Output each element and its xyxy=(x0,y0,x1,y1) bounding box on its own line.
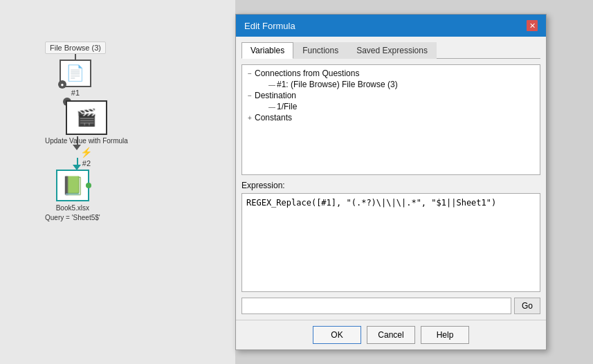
connections-label: Connections from Questions xyxy=(255,69,359,78)
update-label: Update Value with Formula xyxy=(45,136,128,145)
document-icon: 📄 xyxy=(66,64,84,82)
canvas: File Browse (3) 📄 ● #1 🎬 Update Value wi… xyxy=(0,0,235,364)
tree-item-filebrowse[interactable]: — #1: (File Browse) File Browse (3) xyxy=(242,79,540,90)
variables-tree: − Connections from Questions — #1: (File… xyxy=(241,64,540,175)
edit-formula-dialog: Edit Formula ✕ Variables Functions Saved… xyxy=(235,14,547,350)
dialog-titlebar: Edit Formula ✕ xyxy=(236,15,546,37)
book-label: Book5.xlsxQuery = 'Sheet5$' xyxy=(45,203,100,223)
lightning-icon: ⚡ xyxy=(80,147,92,158)
expand-connections[interactable]: − xyxy=(245,69,255,78)
tree-item-file[interactable]: — 1/File xyxy=(242,101,540,112)
tab-bar: Variables Functions Saved Expressions xyxy=(241,42,540,59)
update-number: #2 xyxy=(82,159,91,167)
book-box[interactable]: 📗 xyxy=(56,170,89,201)
destination-label: Destination xyxy=(255,91,296,100)
book-icon: 📗 xyxy=(62,175,84,197)
expand-filebrowse: — xyxy=(267,80,277,89)
filebrowse-number: #1 xyxy=(71,89,80,97)
filebrowse-box[interactable]: 📄 ● xyxy=(60,60,91,87)
formula-input[interactable] xyxy=(241,298,511,314)
expand-destination[interactable]: − xyxy=(245,91,255,100)
dialog-body: Variables Functions Saved Expressions − … xyxy=(236,37,546,320)
dialog-title: Edit Formula xyxy=(244,21,295,31)
file-label: 1/File xyxy=(277,102,297,111)
node-update[interactable]: 🎬 Update Value with Formula ⚡ #2 xyxy=(45,100,128,167)
green-status-dot xyxy=(86,183,91,188)
expression-box[interactable]: REGEX_Replace([#1], "(.*?)\|\|\|.*", "$1… xyxy=(241,193,540,292)
help-button[interactable]: Help xyxy=(421,326,469,344)
tab-saved-expressions[interactable]: Saved Expressions xyxy=(347,42,437,59)
expand-file: — xyxy=(267,102,277,111)
cancel-button[interactable]: Cancel xyxy=(367,326,415,344)
close-button[interactable]: ✕ xyxy=(527,20,538,31)
dialog-footer: OK Cancel Help xyxy=(236,320,546,349)
tree-item-destination[interactable]: − Destination xyxy=(242,90,540,101)
tab-variables[interactable]: Variables xyxy=(241,42,293,59)
node-book[interactable]: 📗 Book5.xlsxQuery = 'Sheet5$' xyxy=(45,170,100,223)
filebrowse-tree-label: #1: (File Browse) File Browse (3) xyxy=(277,80,398,89)
clapperboard-icon: 🎬 xyxy=(76,108,97,127)
expand-constants[interactable]: + xyxy=(245,113,255,122)
bottom-input-area: Go xyxy=(241,298,540,314)
update-box[interactable]: 🎬 xyxy=(66,100,107,135)
tree-item-connections[interactable]: − Connections from Questions xyxy=(242,68,540,79)
filebrowse-label: File Browse (3) xyxy=(45,42,106,54)
tree-item-constants[interactable]: + Constants xyxy=(242,112,540,123)
ok-button[interactable]: OK xyxy=(313,326,361,344)
constants-label: Constants xyxy=(255,113,292,122)
go-button[interactable]: Go xyxy=(514,298,540,314)
node-filebrowse[interactable]: File Browse (3) 📄 ● #1 xyxy=(45,42,106,97)
tab-functions[interactable]: Functions xyxy=(293,42,347,59)
expression-label: Expression: xyxy=(241,181,540,190)
